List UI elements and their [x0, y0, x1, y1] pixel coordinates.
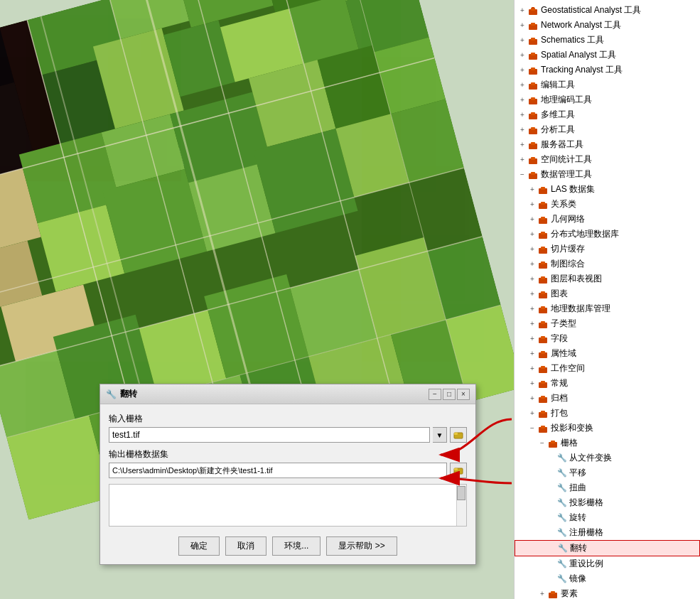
expand-distributed[interactable]: +	[527, 230, 537, 239]
expand-packaging[interactable]: +	[527, 409, 537, 419]
expand-archiving[interactable]: +	[527, 394, 537, 404]
expand-general[interactable]: +	[527, 379, 537, 389]
expand-field[interactable]: +	[527, 334, 537, 344]
toolbox-icon-analysis	[527, 124, 539, 136]
tree-item-distributed[interactable]: + 分布式地理数据库	[515, 227, 700, 242]
expand-feature[interactable]: +	[537, 589, 547, 599]
dialog-buttons: 确定 取消 环境... 显示帮助 >>	[109, 534, 467, 556]
tree-item-tracking[interactable]: + Tracking Analyst 工具	[515, 63, 700, 77]
tree-item-spatial-stats[interactable]: + 空间统计工具	[515, 152, 700, 167]
expand-geostatistical[interactable]: +	[517, 6, 527, 16]
tree-item-analysis[interactable]: + 分析工具	[515, 122, 700, 137]
tree-item-las[interactable]: + LAS 数据集	[515, 182, 700, 197]
expand-cartography[interactable]: +	[527, 259, 537, 269]
expand-spatial-stats[interactable]: +	[517, 155, 527, 165]
expand-analysis[interactable]: +	[517, 125, 527, 135]
tree-item-geometric[interactable]: + 几何网络	[515, 212, 700, 227]
dialog-close-btn[interactable]: ×	[457, 389, 470, 400]
expand-projection[interactable]: −	[527, 423, 537, 433]
expand-layer-view[interactable]: +	[527, 274, 537, 284]
cancel-button[interactable]: 取消	[225, 536, 266, 556]
tree-item-archiving[interactable]: + 归档	[515, 391, 700, 406]
expand-geodatabase-mgmt[interactable]: +	[527, 304, 537, 314]
expand-data-mgmt[interactable]: −	[517, 170, 527, 180]
tree-item-spatial[interactable]: + Spatial Analyst 工具	[515, 48, 700, 63]
tree-item-tile-cache[interactable]: + 切片缓存	[515, 242, 700, 257]
tree-item-general[interactable]: + 常规	[515, 376, 700, 391]
tree-item-register[interactable]: 🔧 注册栅格	[515, 525, 700, 540]
tree-item-schematics[interactable]: + Schematics 工具	[515, 33, 700, 48]
environment-button[interactable]: 环境...	[272, 536, 321, 556]
tree-item-domain[interactable]: + 属性域	[515, 346, 700, 361]
toolbox-icon-multidim	[527, 109, 539, 121]
tree-item-layer-view[interactable]: + 图层和表视图	[515, 271, 700, 286]
input-raster-input[interactable]	[109, 427, 430, 443]
tree-item-feature[interactable]: + 要素	[515, 586, 700, 599]
dialog-maximize-btn[interactable]: □	[443, 389, 456, 400]
show-help-button[interactable]: 显示帮助 >>	[326, 536, 397, 556]
tree-item-geodatabase-mgmt[interactable]: + 地理数据库管理	[515, 301, 700, 316]
expand-table[interactable]: +	[527, 289, 537, 299]
expand-edit[interactable]: +	[517, 80, 527, 90]
tree-item-server[interactable]: + 服务器工具	[515, 137, 700, 152]
tree-item-projection[interactable]: − 投影和变换	[515, 421, 700, 436]
toolbox-icon-server	[527, 139, 539, 151]
tree-item-workspace[interactable]: + 工作空间	[515, 361, 700, 376]
output-dataset-browse[interactable]	[450, 463, 467, 478]
tree-item-edit[interactable]: + 编辑工具	[515, 77, 700, 92]
label-from-file: 从文件变换	[569, 452, 612, 464]
input-raster-browse[interactable]	[450, 427, 467, 443]
tree-item-cartography[interactable]: + 制图综合	[515, 257, 700, 271]
label-edit: 编辑工具	[541, 79, 575, 91]
svg-rect-94	[541, 232, 545, 234]
expand-network[interactable]: +	[517, 21, 527, 31]
expand-schematics[interactable]: +	[517, 36, 527, 45]
scroll-track	[456, 485, 466, 526]
label-geodatabase-mgmt: 地理数据库管理	[551, 303, 610, 315]
expand-domain[interactable]: +	[527, 349, 537, 359]
confirm-button[interactable]: 确定	[178, 536, 220, 556]
wrench-icon-from-file: 🔧	[557, 453, 567, 463]
tree-item-rotate[interactable]: 🔧 旋转	[515, 510, 700, 525]
toolbox-icon-network	[527, 20, 539, 31]
tree-item-table[interactable]: + 图表	[515, 286, 700, 301]
svg-rect-80	[531, 127, 535, 130]
tree-item-data-mgmt[interactable]: − 数据管理工具	[515, 167, 700, 182]
tree-item-field[interactable]: + 字段	[515, 331, 700, 346]
expand-geocoding[interactable]: +	[517, 95, 527, 105]
expand-multidim[interactable]: +	[517, 110, 527, 120]
tree-item-from-file[interactable]: 🔧 从文件变换	[515, 450, 700, 465]
expand-spatial[interactable]: +	[517, 50, 527, 60]
tree-item-geocoding[interactable]: + 地理编码工具	[515, 92, 700, 107]
expand-server[interactable]: +	[517, 140, 527, 150]
tree-item-flip[interactable]: 🔧 翻转	[515, 540, 700, 556]
expand-subtype[interactable]: +	[527, 319, 537, 329]
tree-item-raster[interactable]: − 栅格	[515, 436, 700, 450]
dialog-minimize-btn[interactable]: −	[429, 389, 441, 400]
input-raster-dropdown[interactable]: ▼	[433, 427, 447, 443]
tree-item-relationship[interactable]: + 关系类	[515, 197, 700, 212]
scroll-thumb[interactable]	[457, 486, 465, 500]
dialog-titlebar[interactable]: 🔧 翻转 − □ ×	[100, 384, 475, 404]
tree-item-subtype[interactable]: + 子类型	[515, 316, 700, 331]
expand-tracking[interactable]: +	[517, 65, 527, 75]
tree-item-translate[interactable]: 🔧 平移	[515, 465, 700, 480]
tree-item-project-raster[interactable]: 🔧 投影栅格	[515, 495, 700, 510]
label-tracking: Tracking Analyst 工具	[541, 64, 623, 76]
tree-item-rescale[interactable]: 🔧 重设比例	[515, 556, 700, 571]
tree-item-geostatistical[interactable]: + Geostatistical Analyst 工具	[515, 3, 700, 18]
toolbox-icon-geocoding	[527, 95, 539, 106]
tree-item-multidim[interactable]: + 多维工具	[515, 107, 700, 122]
expand-las[interactable]: +	[527, 185, 537, 195]
expand-relationship[interactable]: +	[527, 200, 537, 210]
svg-rect-102	[541, 291, 545, 294]
tree-item-mirror[interactable]: 🔧 镜像	[515, 571, 700, 586]
expand-geometric[interactable]: +	[527, 215, 537, 225]
tree-item-warp[interactable]: 🔧 扭曲	[515, 480, 700, 495]
expand-raster[interactable]: −	[537, 438, 547, 448]
tree-item-packaging[interactable]: + 打包	[515, 406, 700, 421]
output-dataset-input[interactable]	[109, 463, 447, 478]
expand-workspace[interactable]: +	[527, 364, 537, 374]
tree-item-network[interactable]: + Network Analyst 工具	[515, 18, 700, 33]
expand-tile-cache[interactable]: +	[527, 244, 537, 254]
